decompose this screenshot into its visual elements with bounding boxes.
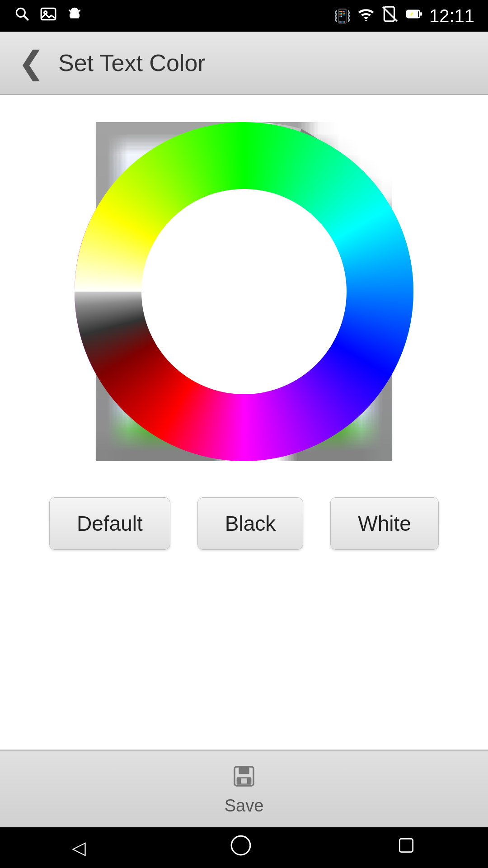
nav-recents-icon[interactable] [396,835,416,860]
save-label: Save [225,796,264,816]
status-bar: 📳 12:11 [0,0,488,32]
nav-home-icon[interactable] [230,834,252,861]
page-title: Set Text Color [58,49,206,76]
nosim-icon [381,5,399,27]
status-bar-right-icons: 📳 12:11 [334,5,474,27]
status-time: 12:11 [429,6,474,26]
nav-back-icon[interactable]: ◁ [72,837,86,858]
color-wheel-center [141,189,347,394]
svg-rect-25 [241,778,247,783]
svg-point-5 [76,11,77,12]
nav-bar: ◁ [0,827,488,868]
status-bar-left-icons [14,5,83,27]
svg-rect-27 [399,839,413,852]
color-wheel-container[interactable] [75,122,413,461]
battery-icon [405,5,422,27]
svg-line-1 [24,15,28,19]
android-icon [66,5,83,27]
svg-line-6 [69,9,70,12]
save-bar[interactable]: Save [0,750,488,827]
svg-rect-15 [408,11,418,17]
search-icon [14,5,31,27]
image-icon [40,5,57,27]
main-content: Default Black White [0,95,488,750]
back-button[interactable]: ❮ [18,47,45,79]
app-bar: ❮ Set Text Color [0,32,488,95]
svg-rect-9 [78,14,80,17]
svg-rect-23 [239,767,249,774]
svg-rect-8 [70,14,71,17]
vibrate-icon: 📳 [334,8,351,24]
svg-point-10 [365,19,366,21]
preset-buttons: Default Black White [49,497,439,550]
svg-rect-2 [41,8,56,19]
svg-point-26 [232,836,251,855]
white-button[interactable]: White [330,497,439,550]
svg-point-4 [72,11,73,12]
save-icon [231,764,257,793]
default-button[interactable]: Default [49,497,170,550]
wifi-icon [357,5,375,27]
svg-line-7 [79,9,80,12]
black-button[interactable]: Black [197,497,303,550]
